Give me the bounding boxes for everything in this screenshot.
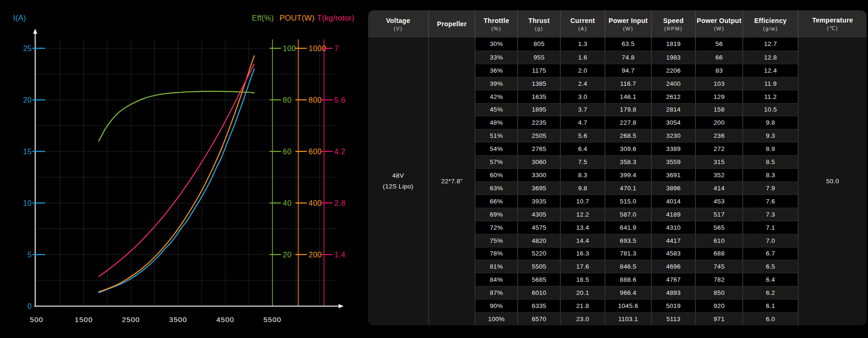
cell-current: 17.6	[560, 260, 604, 273]
column-header-thrust: Thrust(g)	[517, 10, 560, 38]
cell-throttle: 87%	[475, 286, 517, 299]
cell-thrust: 2765	[517, 142, 560, 155]
voltage-cell-text: (12S Lipo)	[383, 181, 413, 192]
cell-power_in: 94.7	[604, 64, 651, 77]
cell-thrust: 3695	[517, 181, 560, 195]
pout-tick-label: 400	[309, 199, 322, 207]
column-label: Speed	[663, 17, 684, 24]
cell-thrust: 4575	[517, 221, 560, 234]
column-header-voltage: Voltage(V)	[368, 10, 428, 38]
column-unit: (W)	[714, 26, 724, 31]
column-header-propeller: Propeller	[428, 10, 475, 38]
cell-throttle: 100%	[475, 312, 517, 325]
column-unit: (V)	[393, 26, 402, 31]
cell-speed: 3389	[651, 142, 695, 155]
cell-efficiency: 6.4	[742, 273, 798, 286]
cell-speed: 3896	[651, 181, 695, 195]
eff-tick-label: 40	[283, 199, 292, 207]
column-header-speed: Speed(RPM)	[651, 10, 695, 38]
cell-throttle: 33%	[475, 51, 517, 64]
cell-thrust: 5505	[517, 260, 560, 273]
cell-efficiency: 12.8	[742, 51, 798, 64]
y-axis-arrow-icon	[33, 29, 38, 34]
cell-power_in: 358.3	[604, 155, 651, 168]
cell-efficiency: 6.7	[742, 247, 798, 260]
cell-thrust: 1895	[517, 103, 560, 116]
cell-efficiency: 12.7	[742, 38, 798, 51]
cell-throttle: 66%	[475, 195, 517, 208]
eff-tick-label: 80	[283, 96, 292, 104]
temperature-cell-text: 50.0	[826, 176, 839, 187]
cell-efficiency: 11.9	[742, 77, 798, 90]
cell-current: 9.8	[560, 181, 604, 195]
cell-speed: 4417	[651, 234, 695, 247]
cell-throttle: 60%	[475, 168, 517, 181]
cell-throttle: 90%	[475, 299, 517, 312]
cell-power_out: 971	[695, 312, 742, 325]
cell-speed: 2400	[651, 77, 695, 90]
propeller-cell: 22*7.8”	[428, 38, 475, 325]
cell-power_out: 272	[695, 142, 742, 155]
cell-speed: 4696	[651, 260, 695, 273]
cell-speed: 5113	[651, 312, 695, 325]
cell-throttle: 42%	[475, 90, 517, 103]
cell-power_out: 236	[695, 129, 742, 142]
x-axis-arrow-icon	[339, 304, 344, 308]
cell-efficiency: 9.3	[742, 129, 798, 142]
cell-throttle: 30%	[475, 38, 517, 51]
cell-thrust: 1175	[517, 64, 560, 77]
cell-current: 1.6	[560, 51, 604, 64]
column-label: Throttle	[483, 17, 509, 24]
eff-tick-label: 20	[283, 251, 292, 259]
cell-thrust: 805	[517, 38, 560, 51]
cell-throttle: 78%	[475, 247, 517, 260]
column-header-efficiency: Efficiency(g/w)	[742, 10, 798, 38]
eff-tick-label: 60	[283, 148, 292, 156]
cell-current: 18.5	[560, 273, 604, 286]
cell-thrust: 3060	[517, 155, 560, 168]
cell-thrust: 1385	[517, 77, 560, 90]
column-label: Current	[570, 17, 595, 24]
cell-efficiency: 7.3	[742, 208, 798, 221]
cell-power_out: 688	[695, 247, 742, 260]
cell-thrust: 6335	[517, 299, 560, 312]
curve-thrust	[99, 64, 254, 277]
cell-power_in: 1103.1	[604, 312, 651, 325]
column-unit: (℃)	[827, 25, 838, 31]
cell-power_in: 470.1	[604, 181, 651, 195]
cell-current: 6.4	[560, 142, 604, 155]
cell-current: 10.7	[560, 195, 604, 208]
cell-power_out: 200	[695, 116, 742, 129]
cell-power_in: 846.5	[604, 260, 651, 273]
performance-table: Voltage(V)PropellerThrottle(%)Thrust(g)C…	[368, 10, 867, 325]
cell-speed: 4893	[651, 286, 695, 299]
current-tick-label: 15	[23, 148, 32, 156]
cell-throttle: 45%	[475, 103, 517, 116]
cell-power_in: 693.5	[604, 234, 651, 247]
cell-power_in: 179.8	[604, 103, 651, 116]
cell-speed: 2206	[651, 64, 695, 77]
column-unit: (W)	[623, 26, 633, 31]
cell-speed: 1819	[651, 38, 695, 51]
column-label: Efficiency	[754, 17, 786, 24]
thrust-tick-label: 1.4	[334, 251, 346, 259]
cell-power_in: 399.4	[604, 168, 651, 181]
cell-thrust: 4820	[517, 234, 560, 247]
legend-thrust: T(kg/rotor)	[317, 14, 354, 23]
cell-current: 13.4	[560, 221, 604, 234]
current-tick-label: 20	[23, 96, 32, 104]
cell-thrust: 4305	[517, 208, 560, 221]
cell-current: 12.2	[560, 208, 604, 221]
current-tick-label: 25	[23, 45, 32, 53]
cell-throttle: 57%	[475, 155, 517, 168]
cell-efficiency: 12.4	[742, 64, 798, 77]
cell-power_in: 781.3	[604, 247, 651, 260]
cell-efficiency: 6.0	[742, 312, 798, 325]
cell-throttle: 48%	[475, 116, 517, 129]
column-label: Power Output	[697, 17, 741, 24]
thrust-tick-label: 7	[334, 45, 339, 53]
cell-speed: 4767	[651, 273, 695, 286]
cell-throttle: 81%	[475, 260, 517, 273]
pout-tick-label: 200	[309, 251, 322, 259]
cell-power_in: 587.0	[604, 208, 651, 221]
